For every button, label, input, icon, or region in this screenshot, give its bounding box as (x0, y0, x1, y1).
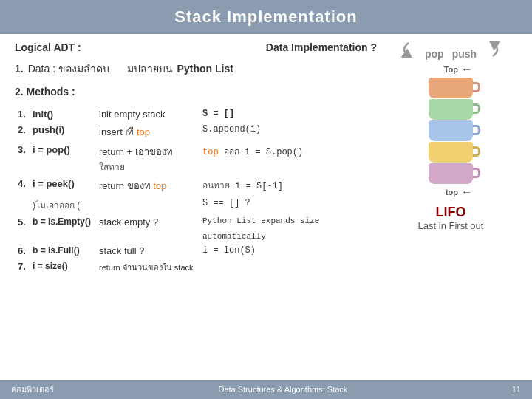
method-5-name: b = is.Empty() (30, 214, 96, 230)
data-impl-label: Data Implementation ? (266, 41, 377, 53)
method-1-code: S = [] (200, 106, 377, 122)
cup-2 (429, 99, 473, 120)
method-3-num: 3. (15, 142, 30, 176)
method-3-name: i = pop() (30, 142, 96, 176)
cup-5 (429, 163, 473, 184)
data-label-text: Data : ของมลำดบ (28, 61, 109, 77)
top-label-bottom: top (446, 188, 458, 197)
method-row-5: 5. b = is.Empty() stack empty ? Python L… (15, 214, 377, 230)
top-bottom-indicator: top ← (446, 185, 473, 199)
method-4-code: อนทาย i = S[-1] (200, 176, 377, 196)
method-4-desc: return ของท top (96, 176, 200, 196)
slide-body: Logical ADT : Data Implementation ? 1. D… (0, 34, 532, 380)
method-3-desc: return + เอาของทใสทาย (96, 142, 200, 176)
method-6-name: b = is.Full() (30, 243, 96, 259)
cups-wrapper: Top ← (429, 63, 473, 199)
method-4-num: 4. (15, 176, 30, 196)
method-7-name: i = size() (30, 259, 96, 276)
method-6-code: i = len(S) (200, 243, 377, 259)
left-content: Logical ADT : Data Implementation ? 1. D… (15, 41, 377, 372)
method-4b-code: S == [] ? (200, 196, 377, 214)
data-arrow: มปลายบน (127, 61, 173, 77)
data-num: 1. (15, 63, 24, 75)
method-1-desc: init empty stack (96, 106, 200, 122)
lifo-title: LIFO (436, 205, 466, 220)
data-value: Python List (177, 63, 233, 75)
bottom-left: คอมพิวเตอร์ (11, 383, 54, 396)
method-7-desc: return จำนวนของใน stack (96, 259, 377, 276)
method-5-code: Python List expands size (200, 214, 377, 230)
method-row-6: 6. b = is.Full() stack full ? i = len(S) (15, 243, 377, 259)
right-panel: pop push Top ← (384, 41, 517, 372)
lifo-subtitle: Last in First out (418, 220, 484, 231)
cup-3-handle (473, 125, 480, 135)
top-row: Logical ADT : Data Implementation ? (15, 41, 377, 53)
data-row: 1. Data : ของมลำดบ มปลายบน Python List (15, 61, 377, 77)
method-1-name: init() (30, 106, 96, 122)
method-5b-code: automatically (200, 230, 377, 243)
method-1-num: 1. (15, 106, 30, 122)
cup-5-handle (473, 168, 480, 178)
slide-header: Stack Implementation (0, 0, 532, 34)
cup-4 (429, 142, 473, 163)
method-row-2: 2. push(i) insert iที top S.append(i) (15, 122, 377, 142)
method-2-num: 2. (15, 122, 30, 142)
slide-title: Stack Implementation (174, 7, 357, 26)
logical-adt-label: Logical ADT : (15, 41, 81, 53)
cups-container (429, 78, 473, 184)
method-4b-name: )ไมเอาออก ( (30, 196, 96, 214)
method-3-code: top ออก i = S.pop() (200, 142, 377, 176)
push-text: push (452, 48, 477, 60)
method-7-num: 7. (15, 259, 30, 276)
bottom-bar: คอมพิวเตอร์ Data Structures & Algorithms… (0, 380, 532, 399)
cup-3 (429, 120, 473, 141)
method-6-desc: stack full ? (96, 243, 200, 259)
pop-label: pop (395, 41, 444, 60)
cup-4-handle (473, 146, 480, 157)
cup-1-handle (473, 82, 480, 92)
method-row-7: 7. i = size() return จำนวนของใน stack (15, 259, 377, 276)
method-row-4: 4. i = peek() return ของท top อนทาย i = … (15, 176, 377, 196)
pop-text: pop (425, 48, 444, 60)
bottom-center: Data Structures & Algorithms: Stack (218, 385, 347, 394)
pop-push-row: pop push (395, 41, 506, 60)
method-5-desc: stack empty ? (96, 214, 200, 230)
method-2-name: push(i) (30, 122, 96, 142)
method-row-4b: )ไมเอาออก ( S == [] ? (15, 196, 377, 214)
top-label-top: Top (444, 65, 458, 74)
bottom-right: 11 (512, 385, 521, 394)
cup-2-handle (473, 103, 480, 114)
method-2-code: S.append(i) (200, 122, 377, 142)
cup-1 (429, 78, 473, 98)
method-2-desc: insert iที top (96, 122, 200, 142)
method-5-num: 5. (15, 214, 30, 230)
methods-title: 2. Methods : (15, 86, 377, 98)
method-row-5b: automatically (15, 230, 377, 243)
top-indicator: Top ← (444, 63, 473, 76)
push-label: push (452, 41, 506, 60)
methods-table: 1. init() init empty stack S = [] 2. pus… (15, 106, 377, 276)
method-row-1: 1. init() init empty stack S = [] (15, 106, 377, 122)
method-4-name: i = peek() (30, 176, 96, 196)
slide: Stack Implementation Logical ADT : Data … (0, 0, 532, 399)
method-row-3: 3. i = pop() return + เอาของทใสทาย top อ… (15, 142, 377, 176)
method-6-num: 6. (15, 243, 30, 259)
